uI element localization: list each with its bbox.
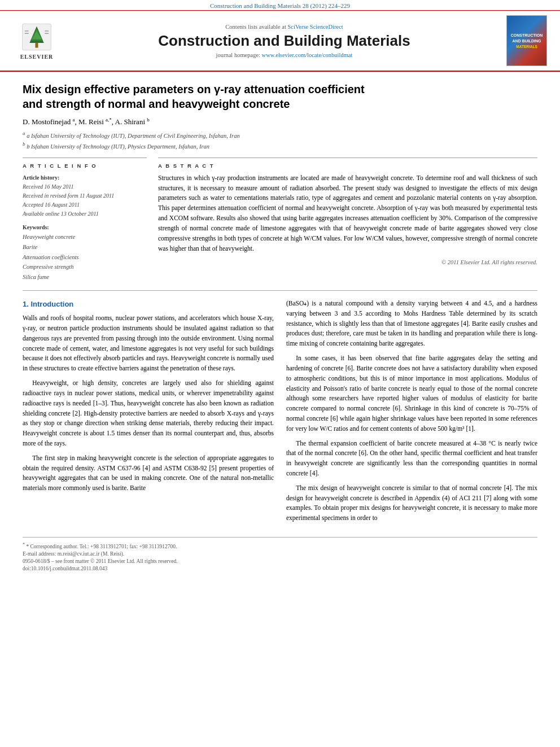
right-para-2: In some cases, it has been observed that… [286, 353, 537, 434]
intro-para-3: The first step in making heavyweight con… [23, 453, 274, 493]
sciverse-link[interactable]: SciVerse ScienceDirect [287, 24, 343, 30]
right-para-1: (BaSO₄) is a natural compound with a den… [286, 299, 537, 349]
issn-line: 0950-0618/$ – see front matter © 2011 El… [23, 558, 537, 564]
paper-title: Mix design effective parameters on γ-ray… [23, 82, 537, 111]
paper-footer: * * Corresponding author. Tel.: +98 3113… [23, 537, 537, 571]
sciverse-line: Contents lists available at SciVerse Sci… [68, 24, 501, 30]
cover-title: Constructionand Building [511, 33, 542, 43]
article-history: Article history: Received 16 May 2011 Re… [23, 173, 147, 219]
article-info-abstract-section: A R T I C L E I N F O Article history: R… [23, 158, 537, 282]
section-divider [23, 290, 537, 291]
article-info-column: A R T I C L E I N F O Article history: R… [23, 158, 147, 282]
article-info-label: A R T I C L E I N F O [23, 163, 147, 169]
intro-para-1: Walls and roofs of hospital rooms, nucle… [23, 313, 274, 374]
elsevier-tree-icon [17, 21, 56, 53]
affiliations: a a Isfahan University of Technology (IU… [23, 130, 537, 151]
elsevier-logo: ELSEVIER [11, 21, 62, 60]
keyword-item: Barite [23, 242, 147, 252]
intro-heading: 1. Introduction [23, 299, 274, 310]
cover-box: Constructionand Building MATERIALS [506, 15, 547, 66]
keyword-item: Silica fume [23, 272, 147, 282]
abstract-column: A B S T R A C T Structures in which γ-ra… [158, 158, 537, 282]
keyword-item: Compressive strength [23, 262, 147, 272]
keyword-item: Attenuation coefficients [23, 252, 147, 263]
header-center: Contents lists available at SciVerse Sci… [62, 24, 506, 58]
keyword-item: Heavyweight concrete [23, 232, 147, 242]
svg-rect-1 [35, 43, 38, 47]
journal-reference: Construction and Building Materials 28 (… [210, 2, 350, 9]
corresponding-author-note: * * Corresponding author. Tel.: +98 3113… [23, 542, 537, 549]
doi-line: doi:10.1016/j.conbuildmat.2011.08.043 [23, 566, 537, 571]
journal-title: Construction and Building Materials [68, 32, 501, 50]
body-left-column: 1. Introduction Walls and roofs of hospi… [23, 299, 274, 528]
abstract-text: Structures in which γ-ray production ins… [158, 173, 537, 254]
journal-reference-bar: Construction and Building Materials 28 (… [0, 0, 560, 11]
copyright-line: © 2011 Elsevier Ltd. All rights reserved… [158, 259, 537, 265]
elsevier-wordmark: ELSEVIER [20, 54, 54, 60]
authors: D. Mostofinejad a, M. Reisi a,*, A. Shir… [23, 117, 537, 126]
right-para-3: The thermal expansion coefficient of bar… [286, 439, 537, 479]
journal-header: ELSEVIER Contents lists available at Sci… [0, 11, 560, 72]
keywords-label: Keywords: [23, 224, 147, 230]
abstract-label: A B S T R A C T [158, 163, 537, 169]
main-content: Mix design effective parameters on γ-ray… [0, 72, 560, 583]
intro-para-2: Heavyweight, or high density, concretes … [23, 378, 274, 449]
journal-cover: Constructionand Building MATERIALS [506, 15, 549, 66]
body-columns: 1. Introduction Walls and roofs of hospi… [23, 299, 537, 528]
body-right-column: (BaSO₄) is a natural compound with a den… [286, 299, 537, 528]
email-note: E-mail address: m.reisi@cv.iut.ac.ir (M.… [23, 551, 537, 557]
cover-subtitle: MATERIALS [516, 45, 537, 49]
right-para-4: The mix design of heavyweight concrete i… [286, 483, 537, 523]
homepage-link[interactable]: www.elsevier.com/locate/conbuildmat [262, 52, 353, 58]
keywords-list: Heavyweight concrete Barite Attenuation … [23, 232, 147, 282]
journal-homepage: journal homepage: www.elsevier.com/locat… [68, 52, 501, 58]
